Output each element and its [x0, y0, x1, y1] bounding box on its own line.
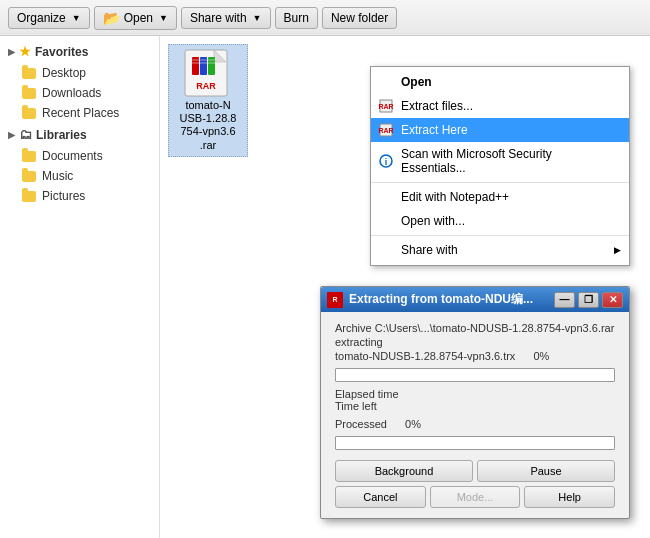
- new-folder-label: New folder: [331, 11, 388, 25]
- dialog-titlebar: R Extracting from tomato-NDU编... — ❐ ✕: [321, 287, 629, 312]
- sidebar-item-desktop[interactable]: Desktop: [0, 63, 159, 83]
- ctx-share-with[interactable]: Share with ▶: [371, 238, 629, 262]
- sidebar-item-documents[interactable]: Documents: [0, 146, 159, 166]
- svg-rect-3: [200, 57, 207, 75]
- ctx-extract-here[interactable]: RAR Extract Here: [371, 118, 629, 142]
- share-submenu-arrow: ▶: [614, 245, 621, 255]
- dialog-buttons: Background Pause: [335, 460, 615, 482]
- share-with-label: Share with: [190, 11, 247, 25]
- favorites-label: Favorites: [35, 45, 88, 59]
- desktop-label: Desktop: [42, 66, 86, 80]
- downloads-label: Downloads: [42, 86, 101, 100]
- elapsed-row: Elapsed time: [335, 388, 615, 400]
- ctx-edit-notepad[interactable]: Edit with Notepad++: [371, 185, 629, 209]
- dialog-title-text: Extracting from tomato-NDU编...: [349, 291, 533, 308]
- pictures-folder-icon: [22, 191, 36, 202]
- music-label: Music: [42, 169, 73, 183]
- organize-label: Organize: [17, 11, 66, 25]
- dialog-close-btn[interactable]: ✕: [602, 292, 623, 308]
- dialog-archive-path: Archive C:\Users\...\tomato-NDUSB-1.28.8…: [335, 322, 615, 334]
- dialog-current-file: tomato-NDUSB-1.28.8754-vpn3.6.trx: [335, 350, 515, 362]
- new-folder-button[interactable]: New folder: [322, 7, 397, 29]
- processed-percent: 0%: [393, 418, 421, 430]
- toolbar: Organize ▼ 📂 Open ▼ Share with ▼ Burn Ne…: [0, 0, 650, 36]
- file-progress-bar-container: [335, 368, 615, 382]
- libraries-icon: 🗂: [19, 127, 32, 142]
- desktop-folder-icon: [22, 68, 36, 79]
- burn-label: Burn: [284, 11, 309, 25]
- favorites-arrow: ▶: [8, 47, 15, 57]
- pictures-label: Pictures: [42, 189, 85, 203]
- sidebar-item-downloads[interactable]: Downloads: [0, 83, 159, 103]
- open-chevron: ▼: [159, 13, 168, 23]
- extract-here-icon: RAR: [377, 121, 395, 139]
- processed-progress-row: Processed 0%: [335, 418, 615, 430]
- content-area: RAR tomato-NUSB-1.28.8754-vpn3.6.rar Ope…: [160, 36, 650, 538]
- ctx-scan[interactable]: i Scan with Microsoft Security Essential…: [371, 142, 629, 180]
- elapsed-section: Elapsed time Time left: [335, 388, 615, 412]
- favorites-star-icon: ★: [19, 44, 31, 59]
- dialog-title-icon: R: [327, 292, 343, 308]
- open-label: Open: [124, 11, 153, 25]
- processed-label: Processed: [335, 418, 387, 430]
- organize-chevron: ▼: [72, 13, 81, 23]
- mode-button: Mode...: [430, 486, 521, 508]
- ctx-scan-label: Scan with Microsoft Security Essentials.…: [401, 147, 609, 175]
- ctx-edit-notepad-label: Edit with Notepad++: [401, 190, 509, 204]
- downloads-folder-icon: [22, 88, 36, 99]
- ctx-extract-files[interactable]: RAR Extract files...: [371, 94, 629, 118]
- context-menu: Open RAR Extract files... RAR: [370, 66, 630, 266]
- documents-folder-icon: [22, 151, 36, 162]
- svg-text:RAR: RAR: [196, 81, 216, 91]
- documents-label: Documents: [42, 149, 103, 163]
- libraries-label: Libraries: [36, 128, 87, 142]
- cancel-button[interactable]: Cancel: [335, 486, 426, 508]
- ctx-share-with-label: Share with: [401, 243, 458, 257]
- music-folder-icon: [22, 171, 36, 182]
- recent-places-folder-icon: [22, 108, 36, 119]
- ctx-open-with-label: Open with...: [401, 214, 465, 228]
- svg-rect-4: [208, 57, 215, 75]
- rar-file-icon: RAR: [184, 49, 232, 97]
- libraries-arrow: ▶: [8, 130, 15, 140]
- elapsed-time-label: Elapsed time: [335, 388, 399, 400]
- ctx-separator-1: [371, 182, 629, 183]
- sidebar-item-recent-places[interactable]: Recent Places: [0, 103, 159, 123]
- dialog-extracting-label: extracting: [335, 336, 615, 348]
- sidebar-item-pictures[interactable]: Pictures: [0, 186, 159, 206]
- time-left-label: Time left: [335, 400, 377, 412]
- file-progress-row: tomato-NDUSB-1.28.8754-vpn3.6.trx 0%: [335, 350, 615, 362]
- time-left-row: Time left: [335, 400, 615, 412]
- extract-dialog: R Extracting from tomato-NDU编... — ❐ ✕ A…: [320, 286, 630, 519]
- dialog-restore-btn[interactable]: ❐: [578, 292, 599, 308]
- svg-text:i: i: [385, 157, 388, 167]
- share-with-button[interactable]: Share with ▼: [181, 7, 271, 29]
- sidebar-item-music[interactable]: Music: [0, 166, 159, 186]
- sidebar: ▶ ★ Favorites Desktop Downloads Recent P…: [0, 36, 160, 538]
- background-button[interactable]: Background: [335, 460, 473, 482]
- favorites-section[interactable]: ▶ ★ Favorites: [0, 40, 159, 63]
- dialog-body: Archive C:\Users\...\tomato-NDUSB-1.28.8…: [321, 312, 629, 518]
- libraries-section[interactable]: ▶ 🗂 Libraries: [0, 123, 159, 146]
- dialog-current-percent: 0%: [521, 350, 549, 362]
- dialog-controls: — ❐ ✕: [554, 292, 623, 308]
- svg-text:RAR: RAR: [378, 103, 393, 110]
- organize-button[interactable]: Organize ▼: [8, 7, 90, 29]
- pause-button[interactable]: Pause: [477, 460, 615, 482]
- help-button[interactable]: Help: [524, 486, 615, 508]
- dialog-title-left: R Extracting from tomato-NDU编...: [327, 291, 533, 308]
- open-button[interactable]: 📂 Open ▼: [94, 6, 177, 30]
- ctx-extract-here-label: Extract Here: [401, 123, 468, 137]
- ctx-open-label: Open: [401, 75, 432, 89]
- svg-text:RAR: RAR: [378, 127, 393, 134]
- file-item-rar[interactable]: RAR tomato-NUSB-1.28.8754-vpn3.6.rar: [168, 44, 248, 157]
- ctx-open[interactable]: Open: [371, 70, 629, 94]
- share-chevron: ▼: [253, 13, 262, 23]
- open-icon: 📂: [103, 10, 120, 26]
- dialog-minimize-btn[interactable]: —: [554, 292, 575, 308]
- ctx-open-with[interactable]: Open with...: [371, 209, 629, 233]
- burn-button[interactable]: Burn: [275, 7, 318, 29]
- recent-places-label: Recent Places: [42, 106, 119, 120]
- ctx-separator-2: [371, 235, 629, 236]
- main-area: ▶ ★ Favorites Desktop Downloads Recent P…: [0, 36, 650, 538]
